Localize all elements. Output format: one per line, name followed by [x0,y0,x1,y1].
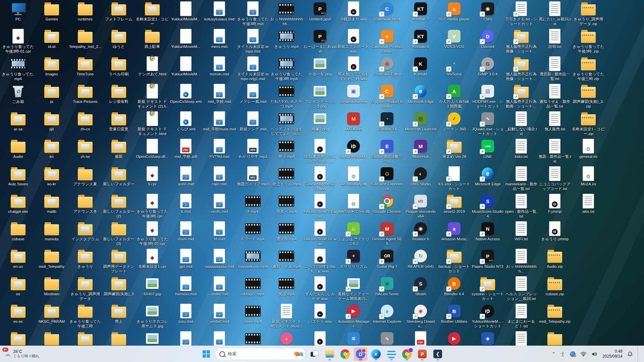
desktop-icon[interactable]: ✦↗ポリリリリズム [337,248,370,275]
desktop-icon[interactable]: V↗VOICEVOX [437,28,471,55]
desktop-icon[interactable]: ♪kotusytuaaus.mid [203,1,236,27]
desktop-icon[interactable]: cubase.zip [538,276,572,302]
desktop-icon[interactable]: ♪uaaaaaaaaa.mid [203,248,236,275]
desktop-icon[interactable]: manisekarin - 親作品一覧.txt [504,166,538,192]
desktop-icon[interactable]: ◆名称未設定1.cpr [136,248,169,275]
desktop-icon[interactable]: eくらび.xml [169,111,203,137]
volume-icon[interactable] [591,352,598,357]
desktop-icon[interactable]: おっ hhhhhhhhhhhhh... [270,1,303,27]
desktop-icon[interactable]: S↗MuseScore Studio 4 [471,193,504,220]
desktop-icon[interactable]: 説明.txt [538,28,572,55]
desktop-icon[interactable]: Audio.zip [538,248,572,275]
desktop-icon[interactable]: MP3無題のスコア.mp3 [236,166,270,192]
desktop-icon[interactable]: ◔↗Cubase 14 [370,111,404,137]
desktop-icon[interactable]: きゅうり.mp4 [270,28,303,55]
desktop-icon[interactable]: midi_Telepathy [35,248,68,275]
desktop-icon[interactable]: S↗Steam [404,276,437,302]
desktop-icon[interactable]: 名称未設定1 - コピー [136,1,169,27]
desktop-icon[interactable]: ◆きゅうり食ってた午後3時.cpr [136,193,169,220]
desktop-icon[interactable]: 選択肢 - 親作品一覧.txt [538,56,572,82]
desktop-icon[interactable]: ヘルスコンプレッション__歌詞.txt [504,276,538,302]
desktop-icon[interactable]: YukkuriMovieM... [169,56,203,82]
desktop-icon[interactable]: ♪umibet.mid [203,303,236,330]
show-desktop-button[interactable] [638,346,639,362]
desktop-icon[interactable]: ♪hamusu.mid [169,276,203,302]
desktop-icon[interactable]: ↗筆まめ Ver.28 [437,138,471,165]
desktop-icon[interactable]: ♪タイトル未設定.tempo.mid [236,28,270,55]
desktop-icon[interactable]: maniuta [35,221,68,247]
desktop-icon[interactable]: M↗Groove Agent SE 5 [370,221,404,247]
desktop-icon[interactable]: D↗Discord [471,28,504,55]
search-input[interactable]: 検索 [215,348,306,360]
desktop-icon[interactable]: ar-sa [1,111,35,137]
desktop-icon[interactable]: 通知うぜえ.mp4 [270,248,303,275]
desktop-icon[interactable]: id-id [35,28,68,55]
desktop-icon[interactable]: TimeTune [68,56,102,82]
desktop-icon[interactable]: Auto Saves [1,166,35,192]
desktop-icon[interactable]: ▶↗Activation Manager [337,303,370,330]
desktop-icon[interactable]: NKSC_PARAM [35,303,68,330]
background-app-icon[interactable] [570,351,576,357]
desktop-icon[interactable]: B↗Brother Utilities [437,303,471,330]
desktop-icon[interactable]: ▲↗VLC media player [437,1,471,27]
desktop-icon[interactable]: ◎↗Controller Editor [370,56,404,82]
desktop-icon[interactable]: PDFmid_学校.pdf [169,138,203,165]
desktop-icon[interactable]: ↗無人販売不正行為動画 - ショートカット [504,83,538,110]
desktop-icon[interactable]: インスタグラム [68,221,102,247]
desktop-icon[interactable]: 新規 テキスト ドキュメント (2).html [136,83,169,110]
desktop-icon[interactable]: ヘッドフォンはずしててよかっt.mp4 [270,111,303,137]
desktop-icon[interactable]: es-es [1,303,35,330]
taskbar-task-view-button[interactable] [308,347,321,361]
desktop-icon[interactable]: きゅうり食ってた午後3時.mp4 [270,56,303,82]
desktop-icon[interactable]: ♪PVTNd.mid [203,138,236,165]
taskbar-start-button[interactable] [200,347,213,361]
desktop-icon[interactable]: G↗GIMP 3.0.4 [471,56,504,82]
desktop-icon[interactable]: F.mp4 [236,193,270,220]
desktop-icon[interactable]: だれだFXいれたやつ.mp4 [270,83,303,110]
desktop-icon[interactable]: Gemini [35,1,68,27]
desktop-icon[interactable]: 路上駐車 [136,28,169,55]
desktop-icon[interactable]: ◆9.cpr [136,166,169,192]
desktop-icon[interactable]: ゆきゅうり.ymmp [538,221,572,247]
desktop-icon[interactable]: E↗Epson 接続診断ツール [370,138,404,165]
desktop-icon[interactable]: zh-cn [68,111,102,137]
desktop-icon[interactable]: ♪meroin.mid [203,56,236,82]
desktop-icon[interactable]: Mixdown [35,276,68,302]
desktop-icon[interactable]: きゅうり_調声用データ [68,276,102,302]
desktop-icon[interactable]: N↗Native Access [471,221,504,247]
desktop-icon[interactable]: ♪gpt.mid [169,248,203,275]
desktop-icon[interactable]: ko-kr [35,166,68,192]
desktop-icon[interactable]: ♪dram.mid [169,221,203,247]
desktop-icon[interactable]: ♪rajio.mid [203,166,236,192]
desktop-icon[interactable]: Fコード.mp4 [236,221,270,247]
desktop-icon[interactable]: PC [1,1,35,27]
desktop-icon[interactable]: 最新 [102,138,136,165]
desktop-icon[interactable]: ◉↗Reaktor 6 [404,221,437,247]
desktop-icon[interactable]: 通知うぜえ - 親作品一覧.txt [538,83,572,110]
desktop-icon[interactable]: KT↗Kontakt 7 [404,1,437,27]
desktop-icon[interactable]: ▣createdump.exe [337,83,370,110]
desktop-icon[interactable]: アナウンス冬 [68,193,102,220]
desktop-icon[interactable]: MP3わかりやす.mp3 [236,138,270,165]
desktop-icon[interactable]: ▶001_東北きりたん（ノーマル）_今じゃ... [303,138,337,165]
desktop-icon[interactable]: jijii [35,111,68,137]
desktop-icon[interactable]: midi_Telepathy.zip [538,303,572,330]
desktop-icon[interactable]: ♪umibe.mid [203,276,236,302]
desktop-icon[interactable]: 65407.jpg [136,276,169,302]
focus-bell-icon[interactable]: z [627,351,633,357]
desktop-icon[interactable]: ⚙AWSSDK.Core.dll [337,193,370,220]
desktop-icon[interactable]: 新しいフォルダー [102,166,136,192]
desktop-icon[interactable]: ▶答え知っててもむずいわこれ.wav [337,56,370,82]
desktop-icon[interactable]: ♪td.mid [203,221,236,247]
desktop-icon[interactable]: ↗airset2-2019 [437,193,471,220]
desktop-icon[interactable]: ohhayo-.mp4 [236,276,270,302]
desktop-icon[interactable]: manisekarin.mp4 [236,248,270,275]
desktop-icon[interactable]: ▶HALion Sonic 01.wav [303,193,337,220]
desktop-icon[interactable]: 羽尻へ.mp4 [270,193,303,220]
wifi-icon[interactable] [580,352,587,357]
desktop-icon[interactable]: ♪mero.mid [203,28,236,55]
desktop-icon[interactable]: きゅうり食ってた.mp4 [1,56,35,82]
desktop-icon[interactable]: ♪きゅうり食ってた午後3時.mid [236,1,270,27]
desktop-icon[interactable]: chatgpt-site [1,193,35,220]
desktop-icon[interactable]: Audio [1,138,35,165]
